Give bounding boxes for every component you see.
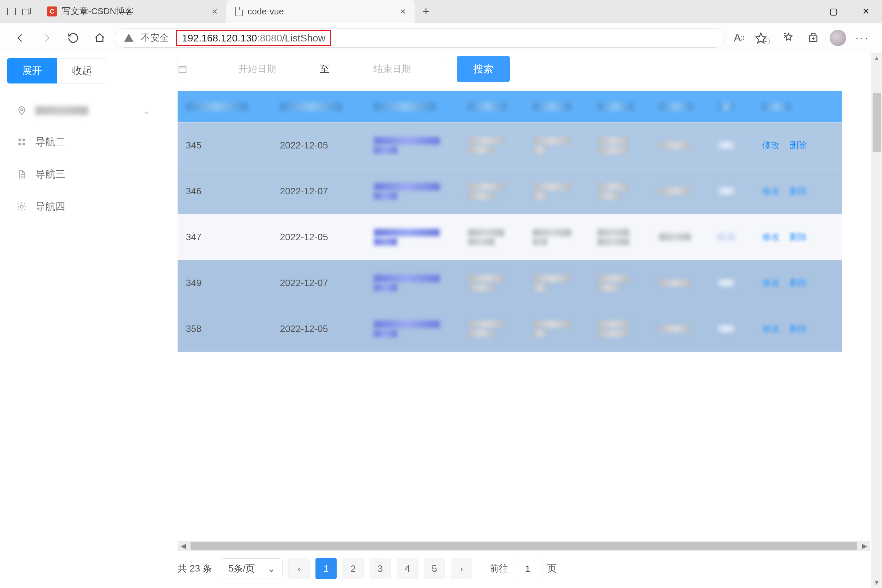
- collapse-button[interactable]: 收起: [57, 58, 107, 84]
- table-cell: [460, 214, 525, 260]
- next-page-button[interactable]: ›: [451, 558, 472, 579]
- table-cell: [710, 260, 754, 306]
- col-5[interactable]: [589, 91, 651, 122]
- sidebar-item-nav4[interactable]: 导航四: [7, 190, 159, 223]
- table-row: 3462022-12-07 修改 删除: [178, 168, 842, 214]
- col-2[interactable]: [366, 91, 460, 122]
- col-6[interactable]: [651, 91, 710, 122]
- close-icon[interactable]: ×: [212, 6, 218, 17]
- expand-button[interactable]: 展开: [7, 58, 57, 84]
- edit-link[interactable]: 修改: [762, 140, 780, 150]
- collections-button[interactable]: [802, 27, 824, 48]
- favorite-button[interactable]: +: [753, 27, 774, 48]
- prev-page-button[interactable]: ‹: [288, 558, 310, 579]
- profile-button[interactable]: [827, 27, 849, 48]
- sidebar-item-location[interactable]: ⌄: [7, 95, 159, 126]
- end-date-placeholder: 结束日期: [336, 63, 448, 75]
- home-button[interactable]: [88, 27, 111, 50]
- edit-link[interactable]: 修改: [762, 324, 780, 333]
- col-3[interactable]: [460, 91, 525, 122]
- maximize-button[interactable]: ▢: [818, 0, 850, 22]
- scroll-up-icon[interactable]: ▲: [872, 53, 882, 63]
- col-0[interactable]: [178, 91, 272, 122]
- scroll-left-icon[interactable]: ◀: [178, 542, 189, 550]
- tab-overview-icon[interactable]: [7, 8, 16, 15]
- col-1[interactable]: [272, 91, 366, 122]
- scrollbar-thumb[interactable]: [190, 542, 857, 550]
- scrollbar-thumb[interactable]: [873, 93, 881, 152]
- csdn-favicon-icon: C: [47, 6, 57, 16]
- cell-ops: 修改 删除: [754, 260, 842, 306]
- date-range-picker[interactable]: 开始日期 至 结束日期: [178, 56, 448, 82]
- edit-link[interactable]: 修改: [762, 186, 780, 196]
- browser-tab-csdn[interactable]: C 写文章-CSDN博客 ×: [38, 0, 226, 22]
- svg-point-1: [21, 109, 22, 111]
- gear-icon: [16, 201, 28, 213]
- data-table: 3452022-12-05 修改 删除 3462022-12-07 修改 删除 …: [178, 91, 870, 539]
- goto-page-input[interactable]: [513, 559, 542, 578]
- page-button-1[interactable]: 1: [315, 558, 337, 579]
- refresh-button[interactable]: [62, 27, 85, 50]
- sidebar-toggle-group: 展开 收起: [7, 58, 159, 84]
- sidebar-item-nav3[interactable]: 导航三: [7, 158, 159, 190]
- svg-rect-3: [22, 139, 25, 141]
- search-button[interactable]: 搜索: [457, 56, 510, 82]
- table-cell: [589, 214, 651, 260]
- back-button[interactable]: [9, 27, 32, 50]
- close-icon[interactable]: ×: [400, 6, 406, 17]
- table-cell: [710, 306, 754, 352]
- cell-id: 345: [178, 122, 272, 168]
- table-cell: [651, 168, 710, 214]
- col-ops[interactable]: [754, 91, 842, 122]
- tab-actions: [0, 0, 38, 22]
- svg-rect-2: [18, 139, 21, 141]
- delete-link[interactable]: 删除: [789, 324, 807, 333]
- page-button-2[interactable]: 2: [342, 558, 364, 579]
- chevron-down-icon: ⌄: [142, 105, 150, 116]
- scroll-down-icon[interactable]: ▼: [872, 578, 882, 588]
- close-window-button[interactable]: ✕: [850, 0, 882, 22]
- start-date-placeholder: 开始日期: [201, 63, 313, 75]
- edit-link[interactable]: 修改: [762, 232, 780, 242]
- cell-date: 2022-12-05: [272, 122, 366, 168]
- col-7[interactable]: [710, 91, 754, 122]
- window-vertical-scrollbar[interactable]: ▲ ▼: [872, 53, 882, 588]
- page-button-5[interactable]: 5: [424, 558, 445, 579]
- delete-link[interactable]: 删除: [789, 278, 807, 288]
- browser-tab-codevue[interactable]: code-vue ×: [226, 0, 414, 22]
- calendar-icon: [178, 64, 201, 74]
- insecure-icon: [124, 33, 134, 43]
- delete-link[interactable]: 删除: [789, 140, 807, 150]
- edit-link[interactable]: 修改: [762, 278, 780, 288]
- table-row: 3582022-12-05 修改 删除: [178, 306, 842, 352]
- minimize-button[interactable]: ―: [785, 0, 818, 22]
- favorites-bar-button[interactable]: [778, 27, 799, 48]
- doc-icon: [16, 168, 28, 180]
- scroll-right-icon[interactable]: ▶: [858, 542, 870, 550]
- insecure-label: 不安全: [141, 32, 169, 44]
- delete-link[interactable]: 删除: [789, 186, 807, 196]
- more-button[interactable]: ···: [852, 27, 873, 48]
- table-cell: [710, 122, 754, 168]
- grid-icon: [16, 136, 28, 148]
- delete-link[interactable]: 删除: [789, 232, 807, 242]
- table-cell: [710, 214, 754, 260]
- sidebar-item-nav2[interactable]: 导航二: [7, 126, 159, 158]
- col-4[interactable]: [525, 91, 589, 122]
- page-button-4[interactable]: 4: [397, 558, 418, 579]
- page-button-3[interactable]: 3: [369, 558, 391, 579]
- table-cell: [460, 122, 525, 168]
- table-cell: [525, 260, 589, 306]
- titlebar: C 写文章-CSDN博客 × code-vue × + ― ▢ ✕: [0, 0, 882, 23]
- table-horizontal-scrollbar[interactable]: ◀ ▶: [178, 541, 870, 551]
- table-cell: [651, 122, 710, 168]
- forward-button[interactable]: [35, 27, 58, 50]
- svg-rect-5: [22, 143, 25, 146]
- url-field[interactable]: 不安全 192.168.120.130:8080/ListShow: [115, 28, 725, 48]
- table-row: 3492022-12-07 修改 删除: [178, 260, 842, 306]
- read-aloud-button[interactable]: A)): [729, 27, 750, 48]
- new-tab-button[interactable]: +: [414, 0, 438, 22]
- window-controls: ― ▢ ✕: [785, 0, 882, 22]
- tab-copy-icon[interactable]: [22, 8, 31, 15]
- page-size-select[interactable]: 5条/页 ⌄: [221, 558, 282, 579]
